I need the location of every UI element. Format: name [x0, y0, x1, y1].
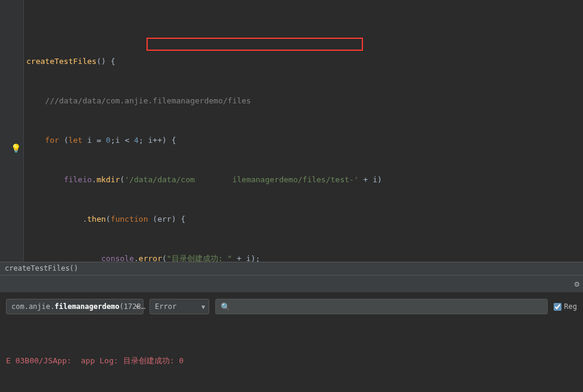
highlight-box	[146, 38, 363, 51]
mkdir-path-str: '/data/data/com ilemanagerdemo/files/tes…	[124, 175, 358, 184]
editor-gutter: 💡	[0, 0, 24, 262]
log-output[interactable]: E 03B00/JSApp: app Log: 目录创建成功: 0 E 03B0…	[0, 321, 583, 392]
regex-checkbox-input[interactable]	[554, 303, 561, 311]
breadcrumb[interactable]: createTestFiles()	[0, 262, 583, 275]
fileio-ident: fileio	[64, 175, 92, 184]
chevron-down-icon: ▼	[136, 304, 139, 310]
gear-icon[interactable]: ⚙	[575, 279, 579, 289]
app-filter-dropdown[interactable]: com.anjie.filemanagerdemo (1728… ▼	[6, 299, 144, 314]
chevron-down-icon: ▼	[202, 304, 205, 310]
success-str: "目录创建成功: "	[167, 254, 232, 262]
log-toolbar: ⚙	[0, 275, 583, 292]
log-search-box[interactable]: 🔍	[215, 299, 548, 314]
log-panel: ⚙ com.anjie.filemanagerdemo (1728… ▼ Err…	[0, 275, 583, 392]
lightbulb-icon[interactable]: 💡	[11, 143, 21, 153]
regex-checkbox[interactable]: Reg	[554, 302, 577, 311]
log-filters: com.anjie.filemanagerdemo (1728… ▼ Error…	[0, 292, 583, 321]
level-filter-dropdown[interactable]: Error ▼	[149, 299, 209, 314]
search-icon: 🔍	[221, 302, 230, 311]
fn-name: createTestFiles	[26, 57, 96, 66]
log-search-input[interactable]	[234, 302, 542, 311]
log-line: E 03B00/JSApp: app Log: 目录创建成功: 0	[6, 354, 577, 368]
editor-area: 💡 createTestFiles() { ///data/data/com.a…	[0, 0, 583, 262]
code-pane[interactable]: createTestFiles() { ///data/data/com.anj…	[24, 0, 583, 262]
comment-path: ///data/data/com.anjie.filemanagerdemo/f…	[45, 96, 251, 105]
for-keyword: for	[45, 136, 59, 145]
